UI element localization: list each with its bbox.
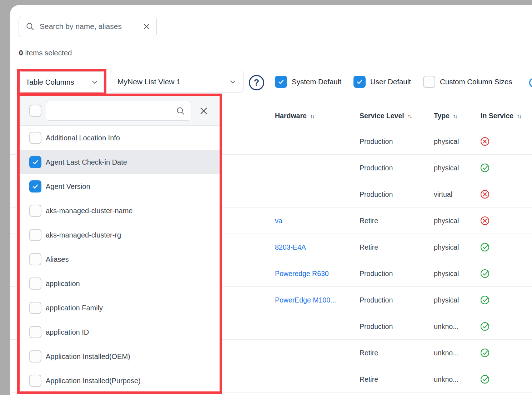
in-service-icon: [480, 189, 490, 199]
in-service-icon: [480, 136, 490, 146]
hardware-link[interactable]: 8203-E4A: [275, 243, 306, 251]
hardware-link[interactable]: PowerEdge M100...: [275, 296, 336, 304]
sort-icon[interactable]: ↑↓: [517, 112, 521, 119]
type-cell: unkno...: [434, 349, 458, 357]
selection-summary: 0items selected: [19, 49, 72, 57]
toolbar-checkbox[interactable]: Custom Column Sizes: [423, 76, 512, 88]
type-cell: physical: [434, 164, 459, 172]
in-service-yes-icon: [480, 374, 490, 384]
in-service-yes-icon: [480, 242, 490, 252]
list-view-select[interactable]: MyNew List View 1: [110, 71, 244, 93]
in-service-yes-icon: [480, 295, 490, 305]
column-picker-item[interactable]: Agent Version: [20, 174, 220, 199]
sort-icon[interactable]: ↑↓: [310, 112, 314, 119]
table-columns-label: Table Columns: [26, 78, 74, 86]
column-picker-header: [20, 96, 220, 126]
service-level-cell: Production: [360, 269, 393, 278]
column-picker-item-label: application: [46, 280, 80, 288]
in-service-yes-icon: [480, 269, 490, 279]
service-level-cell: Production: [360, 190, 393, 198]
checkbox[interactable]: [29, 326, 41, 338]
close-icon[interactable]: [199, 106, 209, 116]
column-picker-item-label: Aliases: [46, 255, 69, 264]
checkbox[interactable]: [29, 132, 41, 144]
checkbox[interactable]: [29, 205, 41, 217]
chevron-down-icon: [91, 78, 99, 86]
column-picker-item-label: Agent Last Check-in Date: [46, 158, 127, 166]
column-header-service-level[interactable]: Service Level↑↓: [360, 111, 411, 120]
check-icon: [31, 182, 39, 190]
check-icon: [356, 78, 363, 86]
column-picker-item[interactable]: aks-managed-cluster-rg: [20, 223, 220, 247]
clear-search-icon[interactable]: [142, 22, 151, 31]
in-service-icon: [480, 216, 490, 226]
checkbox[interactable]: [423, 76, 435, 88]
type-cell: unkno...: [434, 375, 458, 383]
checkbox[interactable]: [29, 302, 41, 314]
type-cell: physical: [434, 269, 459, 278]
chevron-down-icon: [229, 78, 237, 86]
column-picker-item[interactable]: Application Installed(OEM): [20, 344, 220, 369]
checkbox[interactable]: [29, 253, 41, 265]
checkbox[interactable]: [29, 350, 41, 362]
search-placeholder: Search by name, aliases: [40, 22, 122, 31]
check-icon: [277, 78, 285, 86]
service-level-cell: Production: [360, 137, 393, 145]
service-level-cell: Production: [360, 164, 393, 172]
checkbox-label: User Default: [370, 78, 411, 86]
select-all-checkbox[interactable]: [29, 105, 41, 117]
selection-count: 0: [19, 49, 23, 57]
service-level-cell: Retire: [360, 349, 378, 357]
selection-label: items selected: [25, 49, 72, 57]
column-picker-item[interactable]: aks-managed-cluster-name: [20, 199, 220, 223]
column-picker-list: Additional Location Info Agent Last Chec…: [20, 126, 220, 391]
column-picker-search-input[interactable]: [46, 101, 191, 121]
table-columns-button[interactable]: Table Columns: [20, 71, 104, 92]
in-service-yes-icon: [480, 348, 490, 358]
in-service-icon: [480, 374, 490, 384]
column-picker-item[interactable]: application ID: [20, 320, 220, 344]
in-service-icon: [480, 295, 490, 305]
checkbox[interactable]: [29, 375, 41, 387]
search-icon: [176, 106, 185, 116]
in-service-no-icon: [480, 189, 490, 199]
column-picker-item[interactable]: Agent Last Check-in Date: [20, 150, 220, 174]
help-icon[interactable]: ?: [249, 75, 264, 90]
column-picker-item[interactable]: application Family: [20, 296, 220, 320]
check-icon: [31, 158, 39, 166]
annotation-box-table-columns: Table Columns: [17, 69, 106, 95]
sort-icon[interactable]: ↑↓: [453, 112, 457, 119]
toolbar-checkbox[interactable]: User Default: [353, 76, 411, 88]
checkbox[interactable]: [29, 180, 41, 192]
type-cell: physical: [434, 296, 459, 304]
checkbox[interactable]: [29, 156, 41, 168]
column-picker-item[interactable]: Additional Location Info: [20, 126, 220, 150]
column-picker-item-label: Application Installed(OEM): [46, 352, 130, 361]
in-service-icon: [480, 348, 490, 358]
in-service-yes-icon: [480, 163, 490, 173]
column-picker-item-label: Application Installed(Purpose): [46, 377, 141, 385]
in-service-no-icon: [480, 216, 490, 226]
sort-icon[interactable]: ↑↓: [407, 112, 411, 119]
type-cell: physical: [434, 137, 459, 145]
column-picker-item[interactable]: application: [20, 271, 220, 296]
column-header-in-service[interactable]: In Service↑↓: [481, 111, 521, 120]
checkbox[interactable]: [29, 278, 41, 290]
column-header-hardware[interactable]: Hardware↑↓: [275, 111, 314, 120]
column-picker-item-label: Additional Location Info: [46, 134, 120, 142]
hardware-link[interactable]: va: [275, 216, 282, 225]
screen: Search by name, aliases 0items selected …: [0, 0, 532, 395]
in-service-icon: [480, 163, 490, 173]
column-picker-item[interactable]: Aliases: [20, 247, 220, 271]
checkbox[interactable]: [275, 76, 287, 88]
in-service-icon: [480, 242, 490, 252]
hardware-link[interactable]: Poweredge R630: [275, 269, 329, 278]
column-picker-item[interactable]: Application Installed(Purpose): [20, 369, 220, 391]
search-input[interactable]: Search by name, aliases: [19, 16, 157, 37]
checkbox[interactable]: [353, 76, 366, 88]
in-service-icon: [480, 269, 490, 279]
toolbar-checkbox[interactable]: System Default: [275, 76, 341, 88]
column-header-type[interactable]: Type↑↓: [434, 111, 457, 120]
checkbox-label: Custom Column Sizes: [440, 78, 512, 86]
checkbox[interactable]: [29, 229, 41, 241]
